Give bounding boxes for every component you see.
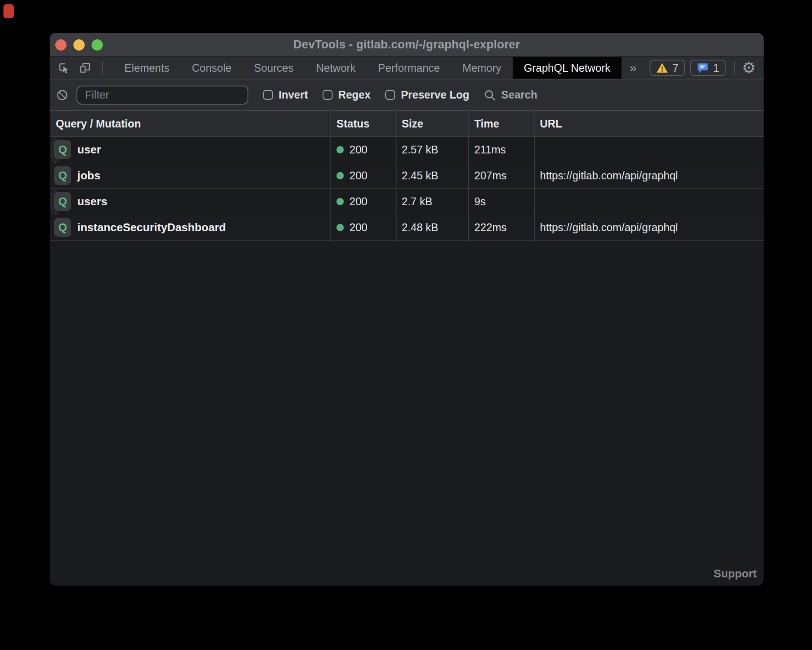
toolbar-divider	[102, 61, 103, 75]
tab-graphql-network[interactable]: GraphQL Network	[513, 57, 622, 79]
settings-gear-icon[interactable]: ⚙	[742, 60, 756, 76]
query-type-badge: Q	[54, 166, 71, 185]
regex-label: Regex	[338, 89, 371, 101]
minimize-window-button[interactable]	[73, 39, 85, 51]
block-filter-icon[interactable]	[56, 89, 69, 102]
query-type-badge: Q	[54, 218, 71, 237]
devtools-tab-bar: Elements Console Sources Network Perform…	[50, 57, 764, 79]
status-code: 200	[349, 169, 368, 182]
title-bar: DevTools - gitlab.com/-/graphql-explorer	[50, 33, 764, 57]
query-name: jobs	[77, 169, 100, 182]
query-name: users	[77, 195, 107, 208]
search-button[interactable]: Search	[483, 89, 537, 102]
table-row[interactable]: Q users 200 2.7 kB 9s https://gitlab.com…	[50, 189, 61, 215]
column-header-query[interactable]: Query / Mutation	[50, 118, 330, 130]
preserve-log-label: Preserve Log	[401, 89, 469, 101]
response-size: 2.45 kB	[396, 169, 468, 182]
response-time: 207ms	[468, 169, 534, 182]
query-type-badge: Q	[54, 140, 71, 159]
query-type-badge: Q	[54, 192, 71, 211]
checkbox-box[interactable]	[385, 90, 395, 100]
query-name: user	[77, 143, 101, 156]
toolbar-right-group: 7 1 ⚙	[644, 60, 764, 76]
status-code: 200	[349, 195, 368, 208]
request-url: https://gitlab.com/api/graphql	[534, 143, 540, 156]
column-header-size[interactable]: Size	[396, 118, 468, 130]
filter-input[interactable]	[76, 86, 248, 105]
toolbar-divider	[734, 61, 735, 75]
inspect-element-icon[interactable]	[57, 61, 70, 74]
warnings-count: 7	[672, 62, 679, 74]
invert-checkbox[interactable]: Invert	[263, 89, 308, 101]
checkbox-box[interactable]	[323, 90, 333, 100]
response-time: 9s	[468, 195, 534, 208]
request-url: https://gitlab.com/api/graphql	[534, 195, 540, 208]
search-label: Search	[501, 89, 537, 101]
table-row[interactable]: Q jobs 200 2.45 kB 207ms https://gitlab.…	[50, 163, 764, 189]
status-code: 200	[349, 143, 368, 156]
filter-bar: Invert Regex Preserve Log Search	[50, 79, 764, 111]
zoom-window-button[interactable]	[92, 39, 103, 51]
response-size: 2.48 kB	[396, 221, 468, 234]
query-name: instanceSecurityDashboard	[77, 221, 226, 234]
tab-elements[interactable]: Elements	[113, 57, 181, 79]
search-icon	[483, 89, 496, 102]
response-time: 222ms	[468, 221, 534, 234]
column-header-status[interactable]: Status	[330, 118, 396, 130]
column-divider[interactable]	[330, 111, 331, 242]
status-code: 200	[349, 221, 368, 234]
tab-network[interactable]: Network	[305, 57, 367, 79]
warning-triangle-icon	[656, 62, 668, 73]
request-url: https://gitlab.com/api/graphql	[534, 221, 764, 234]
table-header-row: Query / Mutation Status Size Time URL	[50, 111, 764, 137]
tab-memory[interactable]: Memory	[451, 57, 512, 79]
table-row[interactable]: Q user 200 2.57 kB 211ms https://gitlab.…	[50, 137, 61, 163]
status-ok-dot	[336, 198, 344, 205]
column-divider[interactable]	[396, 111, 396, 242]
background-window-artifact	[3, 4, 14, 18]
response-size: 2.57 kB	[396, 143, 468, 156]
response-size: 2.7 kB	[396, 195, 468, 208]
tab-console[interactable]: Console	[181, 57, 243, 79]
device-toolbar-icon[interactable]	[79, 61, 92, 74]
status-ok-dot	[336, 146, 344, 153]
column-divider[interactable]	[468, 111, 469, 242]
checkbox-box[interactable]	[263, 90, 273, 100]
column-header-url[interactable]: URL	[534, 118, 764, 130]
status-ok-dot	[336, 172, 344, 179]
status-ok-dot	[336, 224, 344, 231]
graphql-requests-table: Query / Mutation Status Size Time URL Q …	[50, 111, 764, 241]
messages-count: 1	[713, 62, 719, 74]
column-header-time[interactable]: Time	[468, 118, 534, 130]
close-window-button[interactable]	[55, 39, 67, 51]
window-title: DevTools - gitlab.com/-/graphql-explorer	[293, 38, 520, 51]
column-divider[interactable]	[534, 111, 535, 242]
support-link[interactable]: Support	[714, 567, 757, 580]
traffic-lights	[55, 33, 103, 57]
more-tabs-chevron-icon[interactable]: »	[622, 61, 644, 75]
regex-checkbox[interactable]: Regex	[323, 89, 371, 101]
tab-performance[interactable]: Performance	[367, 57, 451, 79]
devtools-window: DevTools - gitlab.com/-/graphql-explorer…	[50, 33, 764, 586]
tab-sources[interactable]: Sources	[243, 57, 305, 79]
warnings-badge-button[interactable]: 7	[650, 60, 685, 76]
messages-badge-button[interactable]: 1	[690, 60, 726, 76]
response-time: 211ms	[468, 143, 534, 156]
request-url: https://gitlab.com/api/graphql	[534, 169, 764, 182]
preserve-log-checkbox[interactable]: Preserve Log	[385, 89, 469, 101]
table-row[interactable]: Q instanceSecurityDashboard 200 2.48 kB …	[50, 215, 764, 241]
message-bubble-icon	[697, 62, 709, 74]
invert-label: Invert	[279, 89, 308, 101]
